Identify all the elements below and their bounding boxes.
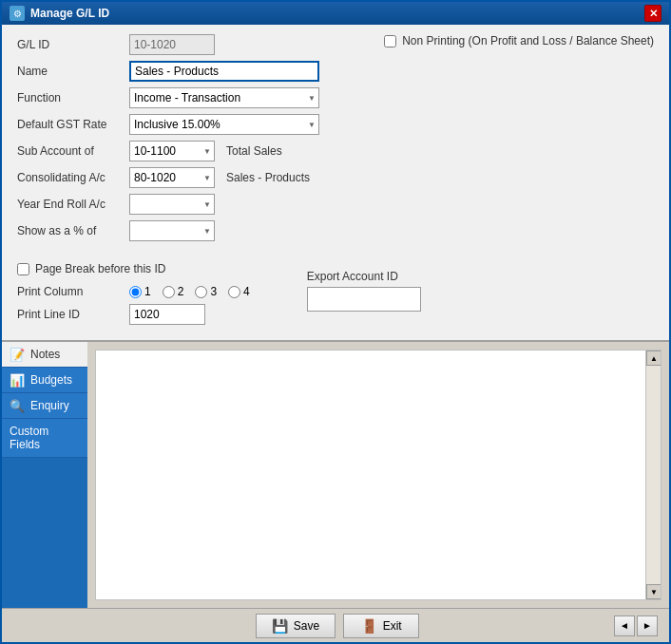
gl-id-label: G/L ID: [17, 38, 122, 51]
sub-account-text: Total Sales: [226, 144, 282, 158]
non-printing-label[interactable]: Non Printing (On Profit and Loss / Balan…: [384, 34, 654, 47]
print-line-label: Print Line ID: [17, 308, 122, 321]
show-as-row: Show as a % of: [17, 220, 654, 241]
radio-input-3[interactable]: [195, 286, 207, 298]
scroll-down-button[interactable]: ▼: [646, 584, 661, 599]
close-button[interactable]: ✕: [644, 5, 661, 22]
radio-1[interactable]: 1: [129, 285, 151, 298]
gst-select-wrapper: Inclusive 15.00%: [129, 114, 319, 135]
nav-arrows: ◄ ►: [614, 616, 658, 636]
year-end-select-wrapper: [129, 194, 215, 215]
non-printing-checkbox[interactable]: [384, 35, 396, 47]
tab-enquiry[interactable]: 🔍 Enquiry: [2, 393, 87, 419]
page-break-label[interactable]: Page Break before this ID: [17, 262, 250, 275]
radio-input-4[interactable]: [228, 286, 240, 298]
tab-notes[interactable]: 📝 Notes: [2, 342, 87, 368]
form-area: Non Printing (On Profit and Loss / Balan…: [2, 25, 669, 340]
nav-prev-button[interactable]: ◄: [614, 616, 635, 636]
tabs-section: 📝 Notes 📊 Budgets 🔍 Enquiry Custom Field…: [2, 340, 669, 608]
consolidating-label: Consolidating A/c: [17, 171, 122, 184]
function-row: Function Income - Transaction: [17, 87, 654, 108]
exit-icon: 🚪: [361, 618, 377, 634]
page-break-section: Page Break before this ID Print Column 1…: [17, 262, 250, 331]
save-button[interactable]: 💾 Save: [256, 614, 336, 638]
tab-budgets[interactable]: 📊 Budgets: [2, 368, 87, 393]
sidebar-tabs: 📝 Notes 📊 Budgets 🔍 Enquiry Custom Field…: [2, 342, 87, 608]
tab-custom-fields[interactable]: Custom Fields: [2, 419, 87, 458]
gst-label: Default GST Rate: [17, 118, 122, 131]
consolidating-select[interactable]: 80-1020: [129, 167, 215, 188]
radio-input-2[interactable]: [163, 286, 175, 298]
sub-account-label: Sub Account of: [17, 144, 122, 158]
nav-next-button[interactable]: ►: [637, 616, 658, 636]
export-account-input[interactable]: [307, 287, 421, 312]
non-printing-area: Non Printing (On Profit and Loss / Balan…: [384, 34, 654, 47]
year-end-label: Year End Roll A/c: [17, 198, 122, 211]
scroll-track: [646, 366, 661, 584]
radio-group: 1 2 3 4: [129, 285, 250, 298]
consolidating-select-wrapper: 80-1020: [129, 167, 215, 188]
gst-select[interactable]: Inclusive 15.00%: [129, 114, 319, 135]
main-window: ⚙ Manage G/L ID ✕ Non Printing (On Profi…: [0, 0, 671, 644]
gl-id-input[interactable]: [129, 34, 215, 55]
export-section: Export Account ID: [307, 270, 421, 312]
enquiry-icon: 🔍: [10, 399, 25, 412]
consolidating-text: Sales - Products: [226, 171, 310, 184]
exit-button[interactable]: 🚪 Exit: [343, 614, 419, 638]
content-area: Non Printing (On Profit and Loss / Balan…: [2, 25, 669, 642]
show-as-select[interactable]: [129, 220, 215, 241]
function-select-wrapper: Income - Transaction: [129, 87, 319, 108]
print-line-row: Print Line ID: [17, 304, 250, 325]
print-column-row: Print Column 1 2 3: [17, 285, 250, 298]
notes-content: ▲ ▼: [95, 350, 661, 600]
budgets-icon: 📊: [10, 373, 25, 387]
year-end-row: Year End Roll A/c: [17, 194, 654, 215]
export-account-label: Export Account ID: [307, 270, 421, 283]
notes-icon: 📝: [10, 348, 25, 361]
sub-account-row: Sub Account of 10-1100 Total Sales: [17, 141, 654, 161]
scroll-up-button[interactable]: ▲: [646, 350, 661, 366]
footer: 💾 Save 🚪 Exit ◄ ►: [2, 608, 669, 642]
radio-3[interactable]: 3: [195, 285, 217, 298]
window-icon: ⚙: [10, 6, 25, 21]
print-line-input[interactable]: [129, 304, 205, 325]
function-label: Function: [17, 91, 122, 104]
title-bar: ⚙ Manage G/L ID ✕: [2, 2, 669, 25]
footer-buttons: 💾 Save 🚪 Exit: [61, 614, 614, 638]
page-break-checkbox[interactable]: [17, 263, 29, 275]
name-label: Name: [17, 65, 122, 78]
gst-row: Default GST Rate Inclusive 15.00%: [17, 114, 654, 135]
print-column-label: Print Column: [17, 285, 122, 298]
radio-input-1[interactable]: [129, 286, 142, 298]
name-input[interactable]: [129, 61, 319, 82]
consolidating-row: Consolidating A/c 80-1020 Sales - Produc…: [17, 167, 654, 188]
sub-account-select[interactable]: 10-1100: [129, 141, 215, 161]
sub-account-select-wrapper: 10-1100: [129, 141, 215, 161]
show-as-label: Show as a % of: [17, 224, 122, 237]
radio-4[interactable]: 4: [228, 285, 250, 298]
function-select[interactable]: Income - Transaction: [129, 87, 319, 108]
show-as-select-wrapper: [129, 220, 215, 241]
scrollbar: ▲ ▼: [645, 350, 661, 599]
year-end-select[interactable]: [129, 194, 215, 215]
window-title: Manage G/L ID: [30, 7, 109, 20]
name-row: Name: [17, 61, 654, 82]
save-icon: 💾: [272, 618, 288, 634]
radio-2[interactable]: 2: [163, 285, 184, 298]
